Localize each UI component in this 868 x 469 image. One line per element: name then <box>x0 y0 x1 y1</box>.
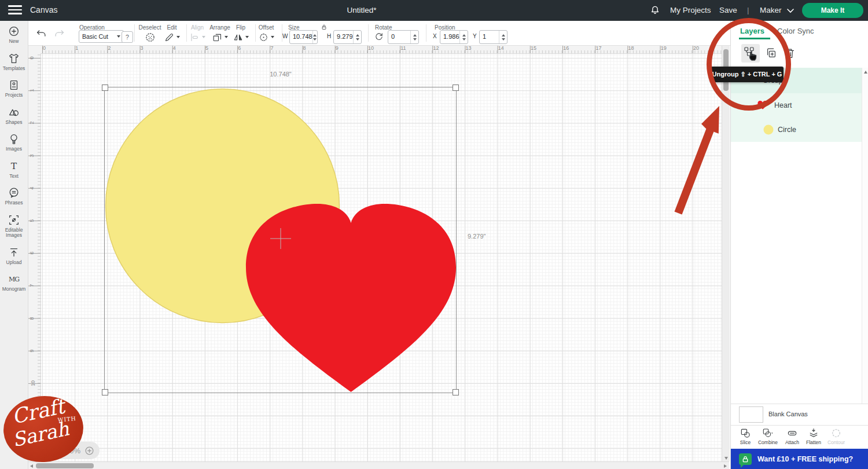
scroll-right-arrow-icon[interactable] <box>724 464 727 468</box>
hamburger-menu-icon[interactable] <box>8 5 22 16</box>
machine-selector[interactable]: Maker <box>760 6 782 14</box>
selection-handle-bottom-right[interactable] <box>453 389 459 395</box>
selection-width-label: 10.748" <box>263 71 298 78</box>
ruler-number: 4 <box>29 186 35 189</box>
flatten-button[interactable]: Flatten <box>801 427 826 445</box>
panel-divider <box>731 425 868 426</box>
my-projects-link[interactable]: My Projects <box>670 6 711 14</box>
paperclip-icon <box>786 427 798 439</box>
x-position-input[interactable]: 1.986 <box>440 30 468 44</box>
slice-button[interactable]: Slice <box>733 427 758 445</box>
edit-button[interactable]: Edit <box>160 24 184 43</box>
sidebar-item-shapes[interactable]: Shapes <box>0 102 28 129</box>
height-stepper[interactable] <box>353 31 361 43</box>
canvas-horizontal-scrollbar[interactable] <box>28 461 729 469</box>
layer-row-circle[interactable]: Circle <box>731 118 862 142</box>
width-stepper[interactable] <box>312 31 317 43</box>
ruler-number: 20 <box>693 45 699 51</box>
sidebar-item-upload[interactable]: Upload <box>0 242 28 269</box>
ruler-number: 5 <box>29 219 35 222</box>
y-position-input[interactable]: 1 <box>479 30 507 44</box>
tshirt-icon <box>8 52 20 65</box>
deselect-icon <box>144 31 156 43</box>
selection-height-label: 9.279" <box>468 233 486 240</box>
sidebar-item-text[interactable]: T Text <box>0 156 28 183</box>
sidebar-item-label: Upload <box>0 260 28 266</box>
zoom-in-icon[interactable] <box>84 445 95 456</box>
sidebar-item-projects[interactable]: Projects <box>0 75 28 102</box>
sidebar-item-label: Text <box>0 174 28 179</box>
flip-icon <box>233 32 244 43</box>
selection-handle-bottom-left[interactable] <box>102 389 108 395</box>
notifications-bell-icon[interactable] <box>649 5 661 16</box>
slice-icon <box>740 427 751 439</box>
ruler-number: 5 <box>205 45 208 51</box>
flip-button[interactable]: Flip <box>229 24 252 43</box>
promo-banner[interactable]: Want £10 + FREE shipping? <box>731 449 868 469</box>
ruler-number: 11 <box>400 45 406 51</box>
contour-icon <box>830 427 842 439</box>
align-icon <box>189 32 200 43</box>
ruler-number: 12 <box>433 45 439 51</box>
lock-icon[interactable] <box>320 23 328 31</box>
layer-actions-row: Slice Combine Attach Flatten Contour <box>731 426 868 448</box>
horizontal-ruler: 01234567891011121314151617181920 <box>41 45 722 54</box>
operation-select[interactable]: Basic Cut <box>79 30 124 43</box>
ruler-number: 7 <box>29 284 35 287</box>
width-input[interactable]: 10.748 <box>289 30 318 44</box>
layers-list: Group Heart Circle <box>731 68 862 404</box>
header-divider: | <box>747 6 749 14</box>
sidebar-item-images[interactable]: Images <box>0 129 28 156</box>
chevron-down-icon <box>225 36 228 38</box>
contour-button[interactable]: Contour <box>823 427 849 445</box>
chevron-down-icon <box>202 36 205 38</box>
horizontal-scrollbar-thumb[interactable] <box>36 463 94 468</box>
save-link[interactable]: Save <box>719 6 737 14</box>
selection-handle-top-left[interactable] <box>102 85 108 91</box>
height-input[interactable]: 9.279 <box>333 30 362 44</box>
help-button[interactable]: ? <box>122 31 133 43</box>
redo-icon[interactable] <box>53 28 66 39</box>
ruler-number: 3 <box>29 154 35 157</box>
sidebar-item-label: Phrases <box>0 200 28 206</box>
sidebar-item-templates[interactable]: Templates <box>0 48 28 75</box>
sidebar-item-label: Images <box>0 146 28 152</box>
promo-text: Want £10 + FREE shipping? <box>757 455 853 463</box>
combine-button[interactable]: Combine <box>755 427 781 445</box>
tab-color-sync[interactable]: Color Sync <box>777 27 814 35</box>
x-stepper[interactable] <box>459 31 468 43</box>
layer-label: Circle <box>778 126 796 134</box>
ruler-number: 0 <box>43 45 46 51</box>
sidebar-item-phrases[interactable]: Phrases <box>0 182 28 210</box>
text-icon: T <box>8 160 20 173</box>
scroll-left-arrow-icon[interactable] <box>30 464 33 468</box>
chevron-down-icon[interactable] <box>787 9 794 13</box>
scroll-up-arrow-icon[interactable] <box>864 71 867 74</box>
panel-scrollbar[interactable] <box>862 68 868 404</box>
ruler-number: 16 <box>563 45 569 51</box>
ruler-number: 9 <box>29 349 35 352</box>
rotate-icon[interactable] <box>374 31 384 42</box>
offset-button[interactable]: Offset <box>253 24 279 43</box>
rotate-stepper[interactable] <box>410 31 418 43</box>
scroll-down-arrow-icon[interactable] <box>724 457 728 460</box>
sidebar-item-monogram[interactable]: MG Monogram <box>0 269 28 296</box>
y-stepper[interactable] <box>499 31 507 43</box>
edit-label: Edit <box>160 24 184 31</box>
undo-icon[interactable] <box>35 28 47 39</box>
sidebar-item-editable-images[interactable]: Editable Images <box>0 210 28 242</box>
project-title[interactable]: Untitled* <box>312 6 411 14</box>
rotate-input[interactable]: 0 <box>388 30 419 44</box>
flatten-label: Flatten <box>801 439 826 445</box>
sidebar-item-new[interactable]: New <box>0 21 28 48</box>
make-it-button[interactable]: Make It <box>802 3 863 18</box>
selection-bounding-box[interactable] <box>104 87 457 393</box>
sidebar-item-label: New <box>0 39 28 45</box>
selection-handle-top-right[interactable] <box>453 85 459 91</box>
chevron-down-icon <box>176 36 180 38</box>
top-header: Canvas Untitled* My Projects Save | Make… <box>0 0 868 21</box>
chevron-down-icon <box>117 35 120 38</box>
hot-air-balloon-icon <box>8 133 20 145</box>
ruler-number: 18 <box>628 45 634 51</box>
blank-canvas-swatch[interactable] <box>739 406 763 423</box>
